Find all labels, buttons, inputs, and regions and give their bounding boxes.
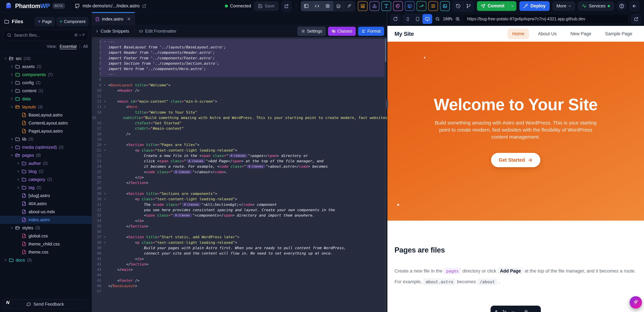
fold-chevron-icon[interactable]	[101, 198, 108, 200]
zoom-in-icon[interactable]	[455, 17, 460, 22]
tree-item-contentlayout-astro[interactable]: ContentLayout.astro	[0, 119, 92, 127]
tree-item-author[interactable]: author(2)	[0, 159, 92, 167]
code-line-42[interactable]: 42 </Section>	[92, 261, 388, 267]
code-line-29[interactable]: 29 <Section title="Sections are componen…	[92, 191, 388, 196]
save-button[interactable]: Save	[254, 2, 278, 11]
chevron-down-icon[interactable]	[3, 57, 8, 60]
code-line-31[interactable]: 31 The <code class="6 classes">&lt;Secti…	[92, 202, 388, 207]
tree-item-data[interactable]: data	[0, 95, 92, 103]
tree-item-index-astro[interactable]: index.astro	[0, 216, 92, 224]
collapse-panel-button[interactable]	[630, 1, 639, 11]
tree-item-404-astro[interactable]: 404.astro	[0, 200, 92, 208]
code-line-38[interactable]: 38 <p class="text-content-light leading-…	[92, 240, 388, 245]
chevron-right-icon[interactable]	[9, 65, 15, 68]
typography-tool-button[interactable]	[381, 1, 391, 11]
code-line-32[interactable]: 32 you see here provides consistent spac…	[92, 207, 388, 213]
chevron-right-icon[interactable]	[16, 186, 21, 189]
ghost-icon[interactable]	[524, 310, 528, 312]
code-line-7[interactable]: 7---	[92, 72, 388, 77]
help-button[interactable]	[617, 1, 626, 11]
code-line-19[interactable]: 19	[92, 137, 388, 142]
chevron-right-icon[interactable]	[9, 97, 15, 100]
more-menu-button[interactable]: More	[552, 2, 575, 11]
code-line-37[interactable]: 37 <Section title="Start static, add Wor…	[92, 234, 388, 240]
chevron-right-icon[interactable]	[9, 81, 15, 84]
classes-toggle-button[interactable]: Classes	[328, 27, 356, 36]
menu-tool-button[interactable]	[428, 1, 438, 11]
code-area[interactable]: 1---2import BaseLayout from '../layouts/…	[92, 37, 388, 312]
code-line-36[interactable]: 36	[92, 229, 388, 234]
get-started-button[interactable]: Get Started	[491, 153, 540, 167]
commit-dropdown[interactable]	[508, 1, 516, 11]
settings-button[interactable]: Settings	[298, 27, 326, 36]
device-tablet-button[interactable]	[413, 14, 422, 24]
code-line-13[interactable]: 13 <Hero	[92, 104, 388, 109]
view-option-essential[interactable]: Essential	[60, 44, 76, 49]
deploy-button[interactable]: Deploy	[520, 1, 550, 11]
fold-chevron-icon[interactable]	[101, 143, 108, 146]
code-line-22[interactable]: 22 Create a new file in the <span class=…	[92, 153, 388, 158]
code-line-45[interactable]: 45 <Footer />	[92, 278, 388, 283]
chevron-right-icon[interactable]	[9, 137, 15, 141]
add-component-button[interactable]: + Component	[57, 17, 88, 26]
tree-item-about-us-mdx[interactable]: about-us.mdx	[0, 208, 92, 216]
code-line-17[interactable]: 17 ctaUrl="#main-content"	[92, 126, 388, 131]
code-line-23[interactable]: 23 click <span class="6 classes">Add Pag…	[92, 159, 388, 164]
shapes-tool-button[interactable]	[370, 1, 379, 11]
fold-chevron-icon[interactable]	[101, 100, 108, 103]
search-files-input[interactable]: Search files... ⌘ + P	[3, 30, 88, 40]
code-line-5[interactable]: 5import Section from '../components/Sect…	[92, 61, 388, 66]
fold-chevron-icon[interactable]	[101, 105, 108, 108]
ai-assistant-fab[interactable]	[630, 296, 642, 309]
commit-button[interactable]: Commit	[477, 3, 508, 9]
palette-tool-button[interactable]	[393, 1, 403, 11]
code-line-3[interactable]: 3import Header from '../components/Heade…	[92, 50, 388, 55]
tree-item-src[interactable]: src(10)	[0, 54, 92, 63]
services-button[interactable]: Services	[578, 2, 614, 11]
analytics-tool-button[interactable]	[416, 1, 426, 11]
chevron-down-icon[interactable]	[9, 105, 15, 108]
code-line-40[interactable]: 40 connect your site and the content wil…	[92, 251, 388, 256]
code-line-27[interactable]: 27 </Section>	[92, 180, 388, 186]
code-line-30[interactable]: 30 <p class="text-content-light leading-…	[92, 196, 388, 202]
tree-item-styles[interactable]: styles(3)	[0, 224, 92, 232]
code-toggle-button[interactable]	[312, 1, 322, 11]
code-line-25[interactable]: 25 <code class="6 classes">/about</code>…	[92, 169, 388, 175]
send-feedback-button[interactable]: Send Feedback	[2, 299, 88, 309]
code-line-14[interactable]: 14 title="Welcome to Your Site"	[92, 109, 388, 115]
code-line-11[interactable]: 11	[92, 93, 388, 99]
tree-item-pagelayout-astro[interactable]: PageLayout.astro	[0, 127, 92, 135]
code-line-26[interactable]: 26 </p>	[92, 175, 388, 180]
tree-item-tag[interactable]: tag(2)	[0, 184, 92, 192]
site-nav-sample-page[interactable]: Sample Page	[600, 29, 637, 39]
chevron-right-icon[interactable]	[16, 170, 21, 173]
chevron-right-icon[interactable]	[16, 178, 21, 181]
code-line-47[interactable]: 47	[92, 289, 388, 294]
chevron-down-icon[interactable]	[9, 153, 15, 157]
code-line-9[interactable]: 9<BaseLayout title="Welcome">	[92, 82, 388, 88]
tree-item-baselayout-astro[interactable]: BaseLayout.astro	[0, 111, 92, 119]
device-phone-button[interactable]	[403, 14, 413, 24]
code-line-28[interactable]: 28	[92, 186, 388, 191]
history-button[interactable]	[453, 1, 464, 11]
device-desktop-button[interactable]	[422, 14, 432, 24]
code-line-2[interactable]: 2import BaseLayout from '../layouts/Base…	[92, 44, 388, 50]
tree-item-layouts[interactable]: layouts(3)	[0, 103, 92, 111]
chevron-right-icon[interactable]	[9, 145, 15, 149]
edit-frontmatter-button[interactable]: Edit Frontmatter	[139, 29, 176, 34]
code-snippets-button[interactable]: Code Snippets	[95, 29, 129, 34]
code-line-15[interactable]: 15 subtitle="Build something amazing wit…	[92, 115, 388, 120]
site-nav-new-page[interactable]: New Page	[566, 29, 596, 39]
tree-item-media-optimized-[interactable]: media (optimized)(2)	[0, 143, 92, 151]
audit-icon[interactable]	[511, 310, 516, 312]
refresh-button[interactable]	[390, 14, 400, 24]
code-line-41[interactable]: 41 </p>	[92, 256, 388, 261]
code-line-4[interactable]: 4import Footer from '../components/Foote…	[92, 55, 388, 61]
tree-item-components[interactable]: components(7)	[0, 71, 92, 79]
code-line-1[interactable]: 1---	[92, 39, 388, 44]
chevron-right-icon[interactable]	[9, 89, 15, 92]
code-line-33[interactable]: 33 <span class="6 classes">components</s…	[92, 213, 388, 218]
panel-resizer-handle[interactable]	[386, 100, 388, 109]
tree-item-lib[interactable]: lib(3)	[0, 135, 92, 143]
code-line-18[interactable]: 18 />	[92, 131, 388, 137]
